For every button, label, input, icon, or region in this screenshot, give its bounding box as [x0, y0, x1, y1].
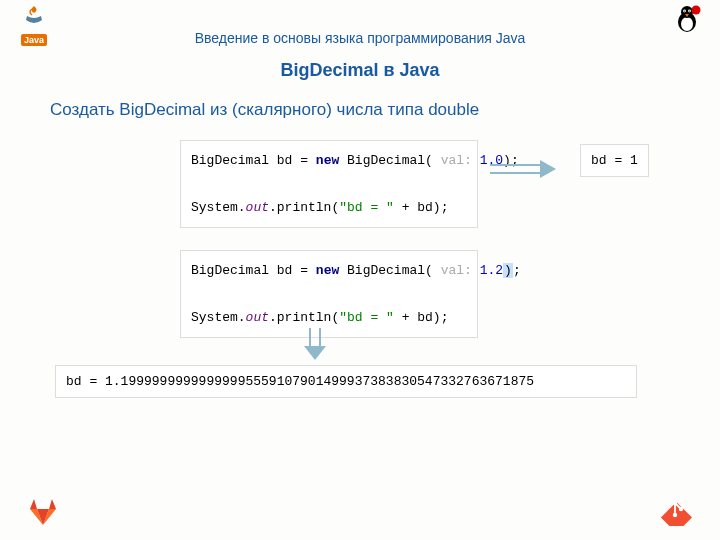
- code-text: .println(: [269, 310, 339, 325]
- number-literal: 1.2: [480, 263, 503, 278]
- class-name: BigDecimal(: [339, 263, 433, 278]
- param-hint: val:: [433, 263, 480, 278]
- param-hint: val:: [433, 153, 480, 168]
- code-text: System.: [191, 200, 246, 215]
- section-title: Создать BigDecimal из (скалярного) числа…: [50, 100, 479, 120]
- output-text: bd = 1: [591, 153, 638, 168]
- static-field: out: [246, 310, 269, 325]
- class-name: BigDecimal(: [339, 153, 433, 168]
- svg-point-7: [692, 6, 701, 15]
- code-text: System.: [191, 310, 246, 325]
- cursor-highlight: ): [503, 263, 513, 278]
- string-literal: "bd = ": [339, 310, 394, 325]
- keyword-new: new: [316, 263, 339, 278]
- code-text: BigDecimal bd =: [191, 153, 316, 168]
- code-example-2: BigDecimal bd = new BigDecimal( val: 1.2…: [180, 250, 478, 338]
- svg-marker-13: [304, 346, 326, 360]
- java-cup-icon: [14, 6, 54, 29]
- code-example-1: BigDecimal bd = new BigDecimal( val: 1.0…: [180, 140, 478, 228]
- arrow-right-icon: [488, 158, 558, 184]
- code-text: .println(: [269, 200, 339, 215]
- gitlab-icon: [28, 498, 58, 526]
- header-subtitle: Введение в основы языка программирования…: [0, 30, 720, 46]
- code-text: + bd);: [394, 310, 449, 325]
- arrow-down-icon: [300, 326, 330, 366]
- output-text: bd = 1.199999999999999955591079014999373…: [66, 374, 534, 389]
- static-field: out: [246, 200, 269, 215]
- code-text: ;: [513, 263, 521, 278]
- svg-marker-10: [540, 160, 556, 178]
- svg-point-5: [684, 10, 685, 11]
- git-icon: [658, 492, 692, 526]
- code-text: + bd);: [394, 200, 449, 215]
- code-text: BigDecimal bd =: [191, 263, 316, 278]
- slide: Java Введение в основы языка программиро…: [0, 0, 720, 540]
- svg-marker-17: [30, 499, 37, 509]
- output-box-1: bd = 1: [580, 144, 649, 177]
- svg-point-1: [681, 17, 693, 31]
- string-literal: "bd = ": [339, 200, 394, 215]
- keyword-new: new: [316, 153, 339, 168]
- svg-marker-18: [49, 499, 56, 509]
- output-box-2: bd = 1.199999999999999955591079014999373…: [55, 365, 637, 398]
- svg-point-6: [689, 10, 690, 11]
- header-title: BigDecimal в Java: [0, 60, 720, 81]
